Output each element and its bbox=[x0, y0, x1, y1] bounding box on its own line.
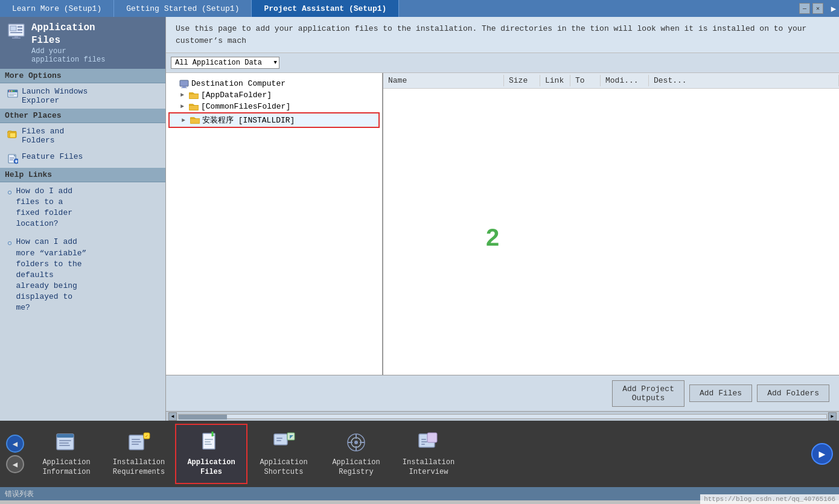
svg-rect-18 bbox=[10, 159, 13, 161]
col-header-to: To bbox=[570, 75, 601, 86]
file-list-panel: Name Size Link To Modi... Dest... bbox=[383, 73, 839, 375]
expander-installdir: ► bbox=[182, 117, 190, 124]
folder-icon-appdatafolder bbox=[189, 91, 199, 100]
nav-item-install-interview[interactable]: InstallationInterview bbox=[392, 424, 465, 484]
nav-item-app-shortcuts[interactable]: ApplicationShortcuts bbox=[247, 424, 320, 484]
nav-item-app-files[interactable]: ApplicationFiles bbox=[175, 424, 247, 484]
bottom-nav: ◀ ◀ ApplicationInformation ✓ bbox=[0, 421, 839, 487]
watermark: https://blog.csdn.net/qq_40765166 bbox=[700, 494, 839, 504]
svg-rect-24 bbox=[57, 434, 74, 438]
status-text: 错误列表 bbox=[5, 489, 34, 499]
svg-rect-3 bbox=[18, 29, 22, 31]
tree-panel: Destination Computer ► [AppDataFolder] ► bbox=[166, 73, 383, 375]
expander-appdatafolder: ► bbox=[180, 92, 189, 98]
scroll-track[interactable] bbox=[178, 414, 827, 419]
col-header-link: Link bbox=[540, 75, 570, 86]
filter-select[interactable]: All Application Data Application Data Sy… bbox=[171, 57, 279, 69]
svg-rect-31 bbox=[132, 439, 140, 440]
svg-rect-13 bbox=[9, 95, 14, 96]
commonfilesfolder-label: [CommonFilesFolder] bbox=[201, 102, 290, 111]
nav-install-requirements-label: InstallationRequirements bbox=[113, 458, 165, 477]
nav-back2-button[interactable]: ◀ bbox=[6, 455, 24, 473]
tree-node-commonfilesfolder[interactable]: ► [CommonFilesFolder] bbox=[168, 101, 380, 112]
tree-node-destination-computer[interactable]: Destination Computer bbox=[168, 78, 380, 89]
svg-rect-21 bbox=[182, 86, 186, 88]
svg-rect-41 bbox=[276, 438, 282, 439]
nav-app-files-icon bbox=[199, 430, 223, 455]
svg-rect-5 bbox=[14, 36, 18, 37]
scroll-thumb[interactable] bbox=[179, 415, 227, 419]
expander-commonfilesfolder: ► bbox=[180, 103, 189, 110]
launch-windows-explorer-label: Launch WindowsExplorer bbox=[22, 87, 88, 105]
nav-item-app-registry[interactable]: ApplicationRegistry bbox=[320, 424, 392, 484]
help-item-1[interactable]: ○ How do I addfiles to afixed folderloca… bbox=[0, 182, 165, 234]
sidebar-item-feature-files[interactable]: Feature Files bbox=[0, 148, 165, 168]
add-files-button[interactable]: Add Files bbox=[689, 384, 752, 402]
feature-files-label: Feature Files bbox=[22, 152, 83, 161]
col-header-name: Name bbox=[383, 75, 504, 86]
tree-node-installdir[interactable]: ► 安装程序 [INSTALLDIR] bbox=[168, 112, 380, 128]
file-list-body bbox=[383, 89, 839, 375]
help-icon-1: ○ bbox=[7, 187, 12, 199]
tab-scroll-right[interactable]: ▶ bbox=[828, 0, 839, 17]
svg-rect-2 bbox=[18, 26, 22, 28]
minimize-button[interactable]: — bbox=[799, 3, 810, 14]
app-header-icon bbox=[7, 22, 25, 40]
horizontal-scrollbar[interactable]: ◀ ▶ bbox=[166, 411, 839, 421]
scroll-left-arrow[interactable]: ◀ bbox=[168, 412, 177, 421]
nav-app-registry-label: ApplicationRegistry bbox=[332, 458, 380, 477]
svg-rect-35 bbox=[205, 439, 213, 440]
svg-rect-27 bbox=[59, 445, 70, 446]
nav-install-requirements-icon: ✓ bbox=[127, 430, 151, 455]
content-area: Use this page to add your application fi… bbox=[166, 17, 839, 421]
tab-learn-more[interactable]: Learn More (Setup1) bbox=[0, 0, 114, 17]
svg-rect-39 bbox=[274, 434, 287, 445]
appdatafolder-label: [AppDataFolder] bbox=[201, 91, 272, 100]
sidebar-item-launch-windows-explorer[interactable]: Launch WindowsExplorer bbox=[0, 83, 165, 109]
tab-getting-started[interactable]: Getting Started (Setup1) bbox=[114, 0, 252, 17]
svg-rect-37 bbox=[205, 444, 212, 445]
add-folders-button[interactable]: Add Folders bbox=[757, 384, 829, 402]
nav-app-shortcuts-icon bbox=[272, 430, 296, 455]
svg-rect-33 bbox=[132, 444, 139, 445]
svg-rect-22 bbox=[181, 88, 187, 88]
nav-app-information-icon bbox=[54, 430, 78, 455]
help-item-2[interactable]: ○ How can I addmore “variable”folders to… bbox=[0, 233, 165, 317]
nav-left-arrows: ◀ ◀ bbox=[6, 435, 24, 473]
nav-install-interview-label: InstallationInterview bbox=[403, 458, 455, 477]
sidebar-item-files-and-folders[interactable]: Files andFolders bbox=[0, 123, 165, 148]
bottom-buttons: Add Project Outputs Add Files Add Folder… bbox=[166, 375, 839, 411]
svg-rect-4 bbox=[10, 32, 22, 33]
col-header-size: Size bbox=[504, 75, 540, 86]
top-tab-bar: Learn More (Setup1) Getting Started (Set… bbox=[0, 0, 839, 17]
more-options-header: More Options bbox=[0, 69, 165, 83]
svg-point-9 bbox=[9, 90, 10, 91]
nav-item-app-information[interactable]: ApplicationInformation bbox=[30, 424, 103, 484]
nav-item-install-requirements[interactable]: ✓ InstallationRequirements bbox=[103, 424, 175, 484]
col-header-dest: Dest... bbox=[649, 75, 839, 86]
col-header-modi: Modi... bbox=[601, 75, 649, 86]
close-button[interactable]: ✕ bbox=[812, 3, 823, 14]
svg-point-49 bbox=[354, 441, 358, 444]
svg-rect-54 bbox=[421, 444, 425, 445]
add-project-outputs-button[interactable]: Add Project Outputs bbox=[612, 380, 684, 407]
folder-icon-installdir bbox=[190, 116, 200, 124]
installdir-label: 安装程序 [INSTALLDIR] bbox=[202, 115, 295, 126]
svg-rect-12 bbox=[9, 94, 16, 95]
svg-point-11 bbox=[13, 90, 14, 91]
tree-node-appdatafolder[interactable]: ► [AppDataFolder] bbox=[168, 89, 380, 101]
nav-app-shortcuts-label: ApplicationShortcuts bbox=[260, 458, 307, 477]
svg-rect-42 bbox=[276, 440, 281, 441]
folder-icon-commonfilesfolder bbox=[189, 103, 199, 111]
nav-back-button[interactable]: ◀ bbox=[6, 435, 24, 453]
svg-rect-6 bbox=[12, 37, 21, 39]
scroll-right-arrow[interactable]: ▶ bbox=[828, 412, 837, 421]
tab-project-assistant[interactable]: Project Assistant (Setup1) bbox=[252, 0, 399, 17]
svg-text:✓: ✓ bbox=[145, 433, 148, 439]
feature-files-icon bbox=[7, 153, 18, 164]
svg-rect-51 bbox=[427, 433, 437, 442]
app-header-subtitle: Add yourapplication files bbox=[31, 47, 105, 64]
nav-next-button[interactable]: ▶ bbox=[811, 443, 833, 465]
dest-computer-label: Destination Computer bbox=[191, 79, 286, 88]
svg-rect-53 bbox=[421, 441, 427, 442]
